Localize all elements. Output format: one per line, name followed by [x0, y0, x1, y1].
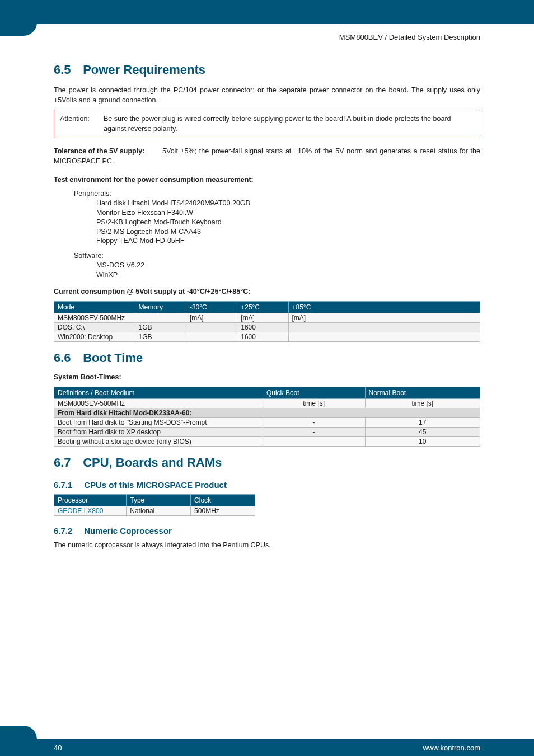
td: National [127, 506, 191, 515]
th: Mode [54, 301, 135, 313]
td: Boot from Hard disk to "Starting MS-DOS"… [54, 417, 263, 427]
table-row: GEODE LX800 National 500MHz [54, 506, 255, 515]
td: 17 [365, 417, 480, 427]
td: 1600 [237, 332, 288, 341]
subsection-number: 6.7.2 [54, 526, 82, 536]
software-label: Software: [74, 251, 480, 261]
td: 1GB [135, 332, 186, 341]
boot-time-table: Definitions / Boot-Medium Quick Boot Nor… [54, 387, 480, 447]
td: 1GB [135, 322, 186, 332]
td: 500MHz [191, 506, 255, 515]
th: Type [127, 494, 191, 506]
td: 45 [365, 427, 480, 436]
td [186, 332, 237, 341]
td [288, 332, 480, 341]
td: MSM800SEV-500MHz [54, 398, 263, 408]
attention-text: Be sure the power plug is wired correctl… [104, 114, 474, 134]
table-row: DOS: C:\ 1GB 1600 [54, 322, 480, 332]
peripheral-item: Hard disk Hitachi Mod-HTS424020M9AT00 20… [96, 199, 480, 208]
tolerance-label: Tolerance of the 5V supply: [54, 146, 149, 157]
th: Definitions / Boot-Medium [54, 387, 263, 398]
footer-curve [0, 726, 37, 739]
footer-bar: 40 www.kontron.com [0, 739, 534, 756]
section-number: 6.6 [54, 351, 79, 365]
td: - [263, 427, 365, 436]
subsection-number: 6.7.1 [54, 480, 82, 490]
peripheral-item: PS/2-MS Logitech Mod-M-CAA43 [96, 227, 480, 237]
td: 1600 [237, 322, 288, 332]
section-6-7-1-heading: 6.7.1 CPUs of this MICROSPACE Product [54, 480, 480, 490]
th: Memory [135, 301, 186, 313]
section-6-7-2-heading: 6.7.2 Numeric Coprocessor [54, 526, 480, 536]
consumption-heading: Current consumption @ 5Volt supply at -4… [54, 288, 480, 295]
table-row: Boot from Hard disk to XP desktop - 45 [54, 427, 480, 436]
attention-label: Attention: [60, 114, 104, 134]
section-6-6-heading: 6.6 Boot Time [54, 351, 480, 365]
table-row: MSM800SEV-500MHz [mA] [mA] [mA] [54, 313, 480, 322]
consumption-table: Mode Memory -30°C +25°C +85°C MSM800SEV-… [54, 301, 480, 342]
tolerance-line: Tolerance of the 5V supply: 5Volt ±5%; t… [54, 146, 480, 167]
td: time [s] [365, 398, 480, 408]
td: [mA] [237, 313, 288, 322]
th: Clock [191, 494, 255, 506]
peripheral-item: Floppy TEAC Mod-FD-05HF [96, 236, 480, 246]
subsection-title: Numeric Coprocessor [84, 526, 172, 536]
td [186, 322, 237, 332]
peripherals-label: Peripherals: [74, 189, 480, 199]
td: Boot from Hard disk to XP desktop [54, 427, 263, 436]
td [288, 322, 480, 332]
th: -30°C [186, 301, 237, 313]
td: - [263, 417, 365, 427]
header-band [0, 0, 534, 22]
boot-times-label: System Boot-Times: [54, 373, 480, 381]
running-head: MSM800BEV / Detailed System Description [54, 24, 480, 57]
td: [mA] [186, 313, 237, 322]
table-subhead: From Hard disk Hitachi Mod-DK233AA-60: [54, 408, 480, 417]
section-title: Power Requirements [83, 63, 205, 77]
section-6-5-heading: 6.5 Power Requirements [54, 63, 480, 77]
td: DOS: C:\ [54, 322, 135, 332]
peripheral-item: PS/2-KB Logitech Mod-iTouch Keyboard [96, 218, 480, 227]
attention-box: Attention: Be sure the power plug is wir… [54, 110, 480, 138]
table-header-row: Mode Memory -30°C +25°C +85°C [54, 301, 480, 313]
td: Booting without a storage device (only B… [54, 436, 263, 446]
peripheral-item: Monitor Eizo Flexscan F340i.W [96, 208, 480, 218]
software-item: MS-DOS V6.22 [96, 261, 480, 270]
coprocessor-text: The numeric coprocessor is always integr… [54, 540, 480, 550]
table-row: Win2000: Desktop 1GB 1600 [54, 332, 480, 341]
th: +25°C [237, 301, 288, 313]
td: From Hard disk Hitachi Mod-DK233AA-60: [54, 408, 480, 417]
page-number: 40 [0, 744, 62, 752]
table-header-row: Processor Type Clock [54, 494, 255, 506]
test-env-heading: Test environment for the power consumpti… [54, 176, 480, 184]
test-env-block: Peripherals: Hard disk Hitachi Mod-HTS42… [74, 189, 480, 280]
th: Processor [54, 494, 127, 506]
section-number: 6.7 [54, 456, 79, 470]
th: Normal Boot [365, 387, 480, 398]
td: Win2000: Desktop [54, 332, 135, 341]
th: +85°C [288, 301, 480, 313]
td: [mA] [288, 313, 480, 322]
table-row: Booting without a storage device (only B… [54, 436, 480, 446]
td: MSM800SEV-500MHz [54, 313, 186, 322]
cpu-link[interactable]: GEODE LX800 [54, 506, 127, 515]
table-header-row: Definitions / Boot-Medium Quick Boot Nor… [54, 387, 480, 398]
th: Quick Boot [263, 387, 365, 398]
section-title: Boot Time [83, 351, 143, 365]
section-title: CPU, Boards and RAMs [83, 456, 222, 469]
table-row: Boot from Hard disk to "Starting MS-DOS"… [54, 417, 480, 427]
table-row: MSM800SEV-500MHz time [s] time [s] [54, 398, 480, 408]
td: time [s] [263, 398, 365, 408]
section-number: 6.5 [54, 63, 79, 77]
cpu-table: Processor Type Clock GEODE LX800 Nationa… [54, 494, 255, 516]
section-6-7-heading: 6.7 CPU, Boards and RAMs [54, 456, 480, 470]
power-intro: The power is connected through the PC/10… [54, 85, 480, 105]
software-item: WinXP [96, 270, 480, 280]
td [263, 436, 365, 446]
td: 10 [365, 436, 480, 446]
subsection-title: CPUs of this MICROSPACE Product [84, 480, 227, 490]
footer-url: www.kontron.com [423, 744, 534, 752]
